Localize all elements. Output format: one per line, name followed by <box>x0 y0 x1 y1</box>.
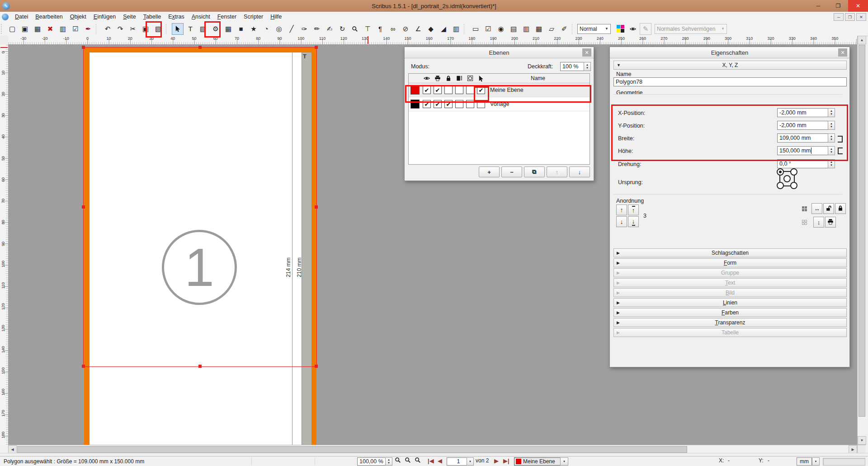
section-linien[interactable]: ▶Linien <box>613 298 847 307</box>
vertical-ruler[interactable]: 0102030405060708090100110120130140150160… <box>0 44 9 445</box>
layer-color-swatch[interactable] <box>410 86 420 95</box>
insert-table-icon[interactable]: ▦ <box>222 23 234 35</box>
mdi-restore-icon[interactable]: ❐ <box>845 13 855 21</box>
lower-layer-button[interactable]: ↓ <box>569 166 590 177</box>
basepoint-bottomleft[interactable] <box>777 182 784 189</box>
link-size-icon[interactable] <box>838 136 843 143</box>
layer-row[interactable]: ✔✔✔Vorlage <box>409 97 590 111</box>
measurements-icon[interactable]: ∠ <box>412 23 424 35</box>
scroll-down-icon[interactable]: ▼ <box>858 436 866 445</box>
layer-row[interactable]: ✔✔✔Meine Ebene <box>409 83 590 97</box>
lock-checkbox[interactable]: ✔ <box>444 100 453 108</box>
opacity-input[interactable]: 100 % <box>560 62 585 71</box>
layer-name[interactable]: Meine Ebene <box>486 87 590 93</box>
zoom-default-button[interactable] <box>403 456 412 465</box>
outline-checkbox[interactable] <box>466 100 474 108</box>
selection-outline[interactable] <box>83 47 317 367</box>
raise-object-button[interactable]: ↑ <box>616 204 627 215</box>
insert-polygon-icon[interactable]: ★ <box>248 23 259 35</box>
select-item-icon[interactable] <box>172 23 184 35</box>
pdf-list-box-icon[interactable]: ▥ <box>520 23 532 35</box>
selection-handle[interactable] <box>315 46 318 49</box>
printing-enabled-icon[interactable] <box>825 217 836 228</box>
mdi-minimize-icon[interactable]: ─ <box>834 13 844 21</box>
insert-line-icon[interactable]: ╱ <box>286 23 297 35</box>
selection-handle[interactable] <box>198 46 202 49</box>
insert-spiral-icon[interactable]: ◎ <box>273 23 285 35</box>
menu-scripter[interactable]: Scripter <box>240 12 267 21</box>
layers-panel-title[interactable]: Ebenen ✕ <box>405 47 594 58</box>
menu-einfügen[interactable]: Einfügen <box>90 12 119 21</box>
rotation-spinner[interactable]: ▲▼ <box>828 159 835 168</box>
print-checkbox[interactable]: ✔ <box>434 100 442 108</box>
zoom-in-button[interactable] <box>413 456 422 465</box>
selection-handle[interactable] <box>82 365 85 368</box>
menu-objekt[interactable]: Objekt <box>66 12 90 21</box>
render-mode-select[interactable]: Normal▼ <box>577 24 611 34</box>
preflight-verifier-icon[interactable]: ☑ <box>70 23 81 35</box>
width-spinner[interactable]: ▲▼ <box>828 133 835 143</box>
textflow-checkbox[interactable] <box>455 100 463 108</box>
zoom-out-button[interactable] <box>393 456 402 465</box>
close-document-icon[interactable]: ✖ <box>44 23 56 35</box>
page-select-arrow[interactable]: ▼ <box>467 457 474 466</box>
menu-fenster[interactable]: Fenster <box>214 12 240 21</box>
pdf-push-button-icon[interactable]: ▭ <box>470 23 481 35</box>
menu-hilfe[interactable]: Hilfe <box>267 12 285 21</box>
insert-text-frame-icon[interactable]: T <box>184 23 196 35</box>
visible-checkbox[interactable]: ✔ <box>423 100 431 108</box>
selection-handle[interactable] <box>82 46 85 49</box>
menu-datei[interactable]: Datei <box>11 12 32 21</box>
visible-checkbox[interactable]: ✔ <box>423 86 431 94</box>
vertical-scrollbar[interactable]: ▲ ▼ <box>857 36 866 445</box>
section-schlagschatten[interactable]: ▶Schlagschatten <box>613 248 847 257</box>
edit-contents-icon[interactable]: ⊤ <box>362 23 373 35</box>
height-input[interactable]: 150,000 mm <box>777 146 830 155</box>
redo-icon[interactable]: ↷ <box>114 23 126 35</box>
layer-name[interactable]: Vorlage <box>486 101 590 107</box>
insert-shape-icon[interactable]: ■ <box>235 23 247 35</box>
print-checkbox[interactable]: ✔ <box>434 86 442 94</box>
lock-size-icon[interactable] <box>835 203 846 214</box>
basepoint-bottomright[interactable] <box>790 182 797 189</box>
object-name-input[interactable]: Polygon78 <box>613 77 847 86</box>
y-spinner[interactable]: ▲▼ <box>828 121 835 130</box>
x-position-input[interactable]: -2,000 mm <box>777 108 830 117</box>
outline-checkbox[interactable] <box>466 86 474 94</box>
cut-icon[interactable]: ✂ <box>127 23 139 35</box>
zoom-icon[interactable] <box>349 23 361 35</box>
close-button[interactable]: ✕ <box>848 0 868 12</box>
zoom-level-input[interactable]: 100,00 % <box>357 457 388 466</box>
link-size-icon-2[interactable] <box>838 147 843 154</box>
insert-image-frame-icon[interactable]: ▨ <box>197 23 209 35</box>
menu-ansicht[interactable]: Ansicht <box>188 12 214 21</box>
insert-arc-icon[interactable]: ◔ <box>260 23 272 35</box>
basepoint-topright[interactable] <box>790 168 797 176</box>
last-page-button[interactable]: ▶| <box>503 456 509 465</box>
select-checkbox[interactable] <box>477 100 485 108</box>
section-transparenz[interactable]: ▶Transparenz <box>613 318 847 327</box>
hscroll-thumb[interactable] <box>17 446 687 453</box>
pdf-combo-box-icon[interactable]: ▦ <box>533 23 545 35</box>
unit-select-arrow[interactable]: ▼ <box>812 457 820 466</box>
copy-properties-icon[interactable]: ◆ <box>425 23 437 35</box>
menu-extras[interactable]: Extras <box>165 12 188 21</box>
previous-page-button[interactable]: ◀ <box>438 456 442 465</box>
first-page-button[interactable]: |◀ <box>428 456 434 465</box>
close-icon[interactable]: ✕ <box>582 48 591 57</box>
toolbar-drag-handle[interactable] <box>1 24 4 34</box>
selection-handle[interactable] <box>82 205 85 209</box>
layer-select[interactable]: Meine Ebene <box>514 457 563 466</box>
ruler-origin-button[interactable] <box>0 36 9 45</box>
undo-icon[interactable]: ↶ <box>102 23 113 35</box>
selection-handle[interactable] <box>198 365 202 368</box>
barcode-icon[interactable]: ▥ <box>450 23 462 35</box>
basepoint-widget[interactable] <box>776 169 799 189</box>
selection-handle[interactable] <box>315 365 318 368</box>
lock-object-icon[interactable] <box>823 203 834 214</box>
horizontal-ruler[interactable]: -30-20-100102030405060708090100110120130… <box>8 36 857 45</box>
width-input[interactable]: 109,000 mm <box>777 133 830 143</box>
link-text-frames-icon[interactable]: ∞ <box>387 23 399 35</box>
layer-color-swatch[interactable] <box>410 100 420 109</box>
minimize-button[interactable]: ─ <box>808 0 828 12</box>
